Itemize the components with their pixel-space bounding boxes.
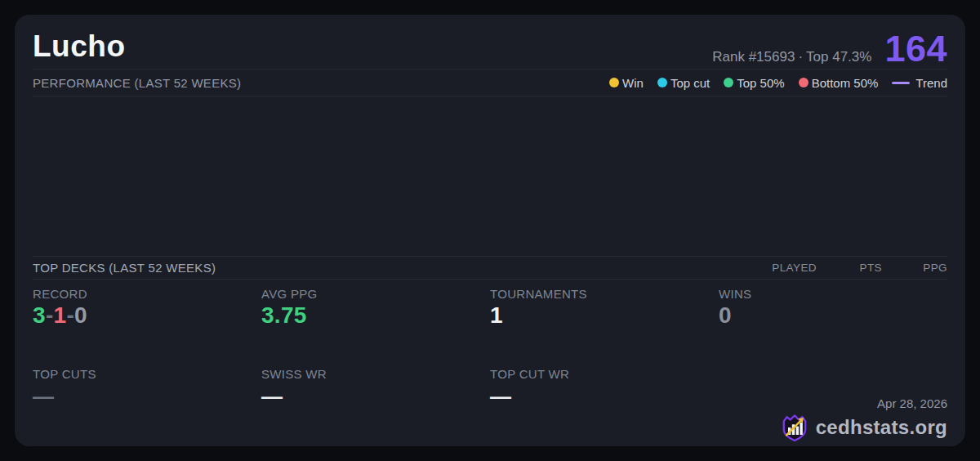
stat-label: TOP CUT WR [490, 367, 719, 381]
column-header-pts: PTS [817, 262, 882, 274]
stat-top-cuts: TOP CUTS — [33, 367, 261, 447]
trend-line-icon [892, 82, 910, 84]
chart-legend: Win Top cut Top 50% Bottom 50% Trend [609, 76, 947, 90]
wins-value: 0 [719, 303, 947, 327]
column-header-ppg: PPG [882, 262, 947, 274]
stats-grid: RECORD 3-1-0 AVG PPG 3.75 TOURNAMENTS 1 … [33, 280, 947, 446]
rank-separator-dot: · [798, 49, 803, 65]
top-percent: Top 47.3% [806, 49, 871, 65]
win-dot-icon [609, 78, 619, 87]
player-name: Lucho [33, 31, 125, 69]
record-value: 3-1-0 [33, 303, 261, 327]
card-header: Lucho Rank #15693·Top 47.3% 164 [33, 15, 947, 69]
stat-tournaments: TOURNAMENTS 1 [490, 287, 719, 367]
stat-top-cut-wr: TOP CUT WR — [490, 367, 719, 447]
stat-label: AVG PPG [261, 287, 490, 301]
player-stats-card: Lucho Rank #15693·Top 47.3% 164 PERFORMA… [15, 15, 965, 446]
stat-swiss-wr: SWISS WR — [261, 367, 490, 447]
rank-text: Rank #15693·Top 47.3% [712, 49, 871, 65]
player-score: 164 [884, 34, 947, 65]
brand-name[interactable]: cedhstats.org [816, 416, 947, 439]
stat-wins: WINS 0 [719, 287, 947, 367]
performance-section-header: PERFORMANCE (LAST 52 WEEKS) Win Top cut … [33, 69, 947, 96]
stat-label: TOP CUTS [33, 367, 261, 381]
top-cuts-value: — [33, 386, 261, 407]
legend-item-top-cut: Top cut [657, 76, 710, 90]
record-draws: 0 [74, 302, 87, 328]
stat-record: RECORD 3-1-0 [33, 287, 261, 367]
avg-ppg-value: 3.75 [261, 303, 490, 327]
record-losses: 1 [54, 302, 67, 328]
tournaments-value: 1 [490, 303, 719, 327]
swiss-wr-value: — [261, 386, 490, 407]
record-sep: - [46, 302, 54, 328]
legend-label: Top cut [670, 76, 710, 90]
brand-row[interactable]: cedhstats.org [781, 413, 947, 442]
stat-label: WINS [719, 287, 947, 301]
record-wins: 3 [33, 302, 46, 328]
legend-item-win: Win [609, 76, 644, 90]
rank-summary: Rank #15693·Top 47.3% 164 [712, 34, 947, 69]
performance-title: PERFORMANCE (LAST 52 WEEKS) [33, 76, 241, 90]
legend-label: Trend [915, 76, 947, 90]
performance-chart-area [33, 96, 947, 256]
legend-label: Bottom 50% [812, 76, 879, 90]
stat-label: RECORD [33, 287, 261, 301]
card-footer: Apr 28, 2026 cedhstats.org [781, 396, 947, 442]
column-header-played: PLAYED [751, 262, 817, 274]
record-sep: - [66, 302, 74, 328]
top-cut-dot-icon [657, 78, 667, 87]
legend-label: Top 50% [737, 76, 784, 90]
rank-number: Rank #15693 [712, 49, 795, 65]
top-decks-column-headers: PLAYED PTS PPG [751, 262, 947, 274]
generated-date: Apr 28, 2026 [781, 396, 947, 410]
legend-label: Win [622, 76, 644, 90]
stat-label: TOURNAMENTS [490, 287, 719, 301]
top-cut-wr-value: — [490, 386, 719, 407]
legend-item-trend: Trend [892, 76, 947, 90]
stat-label: SWISS WR [261, 367, 490, 381]
stat-avg-ppg: AVG PPG 3.75 [261, 287, 490, 367]
cedhstats-shield-logo-icon [781, 413, 808, 442]
legend-item-bottom-50: Bottom 50% [799, 76, 879, 90]
top-decks-section-header: TOP DECKS (LAST 52 WEEKS) PLAYED PTS PPG [33, 256, 947, 280]
legend-item-top-50: Top 50% [724, 76, 784, 90]
bottom-50-dot-icon [799, 78, 808, 87]
top-decks-title: TOP DECKS (LAST 52 WEEKS) [33, 261, 216, 275]
top-50-dot-icon [724, 78, 733, 87]
